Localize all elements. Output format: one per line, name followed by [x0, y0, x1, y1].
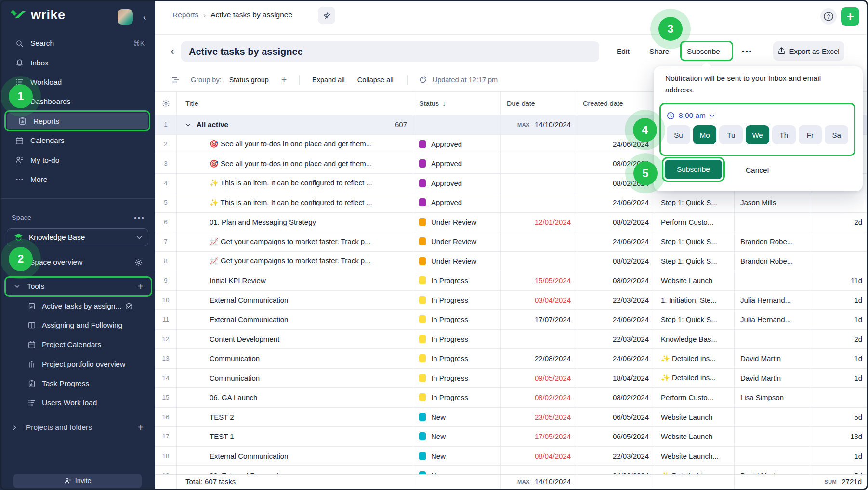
project-cell[interactable]: Website Launch — [655, 271, 735, 290]
task-title-cell[interactable]: Initial KPI Review — [177, 271, 413, 290]
task-title-cell[interactable]: 🎯 See all your to-dos in one place and g… — [177, 154, 413, 173]
group-title-cell[interactable]: All active607 — [177, 115, 413, 134]
due-date-cell[interactable] — [501, 232, 577, 251]
column-header-status[interactable]: Status↓ — [413, 92, 501, 115]
created-date-cell[interactable]: 24/06/2024 — [577, 310, 655, 329]
due-date-cell[interactable] — [501, 154, 577, 173]
duration-cell[interactable] — [810, 232, 868, 251]
due-date-cell[interactable]: 08/04/2024 — [501, 447, 577, 466]
assignee-cell[interactable]: David Martin — [735, 369, 810, 388]
project-cell[interactable]: Perform Custo... — [655, 213, 735, 232]
task-title-cell[interactable]: Communication — [177, 369, 413, 388]
status-cell[interactable]: In Progress — [413, 310, 501, 329]
sidebar-item-more[interactable]: More — [4, 170, 151, 189]
cancel-button[interactable]: Cancel — [736, 162, 778, 179]
due-date-cell[interactable] — [501, 174, 577, 193]
chevron-down-icon[interactable] — [185, 123, 191, 127]
due-date-cell[interactable]: 22/08/2024 — [501, 349, 577, 368]
created-date-cell[interactable]: 22/03/2024 — [577, 447, 655, 466]
refresh-icon[interactable] — [419, 76, 427, 84]
duration-cell[interactable]: 13d — [810, 427, 868, 446]
created-date-cell[interactable]: 24/06/2024 — [577, 232, 655, 251]
due-date-cell[interactable]: 15/05/2024 — [501, 271, 577, 290]
due-date-cell[interactable]: 09/05/2024 — [501, 369, 577, 388]
duration-cell[interactable]: 11d — [810, 271, 868, 290]
created-date-cell[interactable]: 22/03/2024 — [577, 330, 655, 349]
weekday-pill-fr[interactable]: Fr — [799, 125, 822, 144]
table-row[interactable]: 9Initial KPI ReviewIn Progress15/05/2024… — [155, 271, 868, 291]
sidebar-item-reports[interactable]: Reports — [7, 113, 148, 129]
assignee-cell[interactable]: Brandon Robe... — [735, 252, 810, 271]
table-row[interactable]: 16TEST 2New23/05/202406/05/2024Website L… — [155, 408, 868, 427]
table-row[interactable]: 7📈 Get your campaigns to market faster. … — [155, 232, 868, 252]
table-row[interactable]: 5✨ This is an item. It can be configured… — [155, 193, 868, 213]
created-date-cell[interactable]: 24/06/2024 — [577, 349, 655, 368]
task-title-cell[interactable]: TEST 1 — [177, 427, 413, 446]
status-cell[interactable]: In Progress — [413, 330, 501, 349]
pin-button[interactable] — [318, 7, 335, 24]
expand-all-button[interactable]: Expand all — [312, 76, 345, 84]
due-date-cell[interactable] — [501, 135, 577, 154]
status-cell[interactable]: Approved — [413, 174, 501, 193]
plus-icon[interactable]: + — [138, 422, 144, 433]
sidebar-item-search[interactable]: Search⌘K — [4, 34, 151, 53]
task-title-cell[interactable]: External Communication — [177, 310, 413, 329]
project-cell[interactable]: ✨ Detailed ins... — [655, 349, 735, 368]
duration-cell[interactable] — [810, 193, 868, 212]
project-cell[interactable]: Step 1: Quick S... — [655, 310, 735, 329]
subscribe-confirm-button[interactable]: Subscribe — [665, 160, 722, 179]
due-date-cell[interactable]: 12/01/2024 — [501, 213, 577, 232]
task-title-cell[interactable]: External Communication — [177, 447, 413, 466]
table-row[interactable]: 11External CommunicationIn Progress17/07… — [155, 310, 868, 330]
table-row[interactable]: 10External CommunicationIn Progress03/04… — [155, 291, 868, 310]
group-by-value[interactable]: Status group — [229, 76, 269, 84]
breadcrumb-reports-link[interactable]: Reports — [172, 11, 198, 19]
task-title-cell[interactable]: 🎯 See all your to-dos in one place and g… — [177, 135, 413, 154]
status-cell[interactable]: Under Review — [413, 232, 501, 251]
weekday-pill-th[interactable]: Th — [772, 125, 796, 144]
assignee-cell[interactable] — [735, 330, 810, 349]
assignee-cell[interactable] — [735, 213, 810, 232]
status-cell[interactable]: New — [413, 408, 501, 427]
help-button[interactable]: ? — [820, 8, 837, 25]
duration-cell[interactable]: 2d — [810, 330, 868, 349]
due-date-cell[interactable]: 17/07/2024 — [501, 310, 577, 329]
sidebar-tool-project-portfolio-overview[interactable]: Project portfolio overview — [0, 355, 155, 374]
assignee-cell[interactable]: Julia Hernand... — [735, 291, 810, 310]
due-date-cell[interactable]: 23/05/2024 — [501, 408, 577, 427]
table-row[interactable]: 18External CommunicationNew08/04/202422/… — [155, 447, 868, 466]
created-date-cell[interactable]: 24/06/2024 — [577, 193, 655, 212]
created-date-cell[interactable]: 06/05/2024 — [577, 427, 655, 446]
table-row[interactable]: 601. Plan and Messaging StrategyUnder Re… — [155, 213, 868, 232]
sidebar-tool-users-work-load[interactable]: Users Work load — [0, 393, 155, 413]
assignee-cell[interactable]: David Martin — [735, 349, 810, 368]
sidebar-tool-active-tasks-by-assign-[interactable]: Active tasks by assign... — [0, 297, 155, 316]
collapse-all-button[interactable]: Collapse all — [357, 76, 394, 84]
avatar[interactable] — [118, 9, 133, 25]
table-row[interactable]: 12Content DevelopmentIn Progress22/03/20… — [155, 330, 868, 349]
export-excel-button[interactable]: Export as Excel — [773, 41, 844, 61]
status-cell[interactable]: Approved — [413, 135, 501, 154]
task-title-cell[interactable]: ✨ This is an item. It can be configured … — [177, 193, 413, 212]
created-date-cell[interactable]: 22/03/2024 — [577, 291, 655, 310]
table-row[interactable]: 8📈 Get your campaigns to market faster. … — [155, 252, 868, 271]
gear-icon[interactable] — [135, 258, 143, 266]
status-cell[interactable]: In Progress — [413, 271, 501, 290]
created-date-cell[interactable]: 18/04/2024 — [577, 369, 655, 388]
due-date-cell[interactable] — [501, 330, 577, 349]
status-cell[interactable]: In Progress — [413, 369, 501, 388]
time-selector[interactable]: 8:00 am — [667, 109, 848, 122]
status-cell[interactable]: New — [413, 427, 501, 446]
sidebar-item-calendars[interactable]: Calendars — [4, 131, 151, 150]
assignee-cell[interactable]: Brandon Robe... — [735, 232, 810, 251]
sidebar-tool-task-progress[interactable]: Task Progress — [0, 374, 155, 393]
due-date-cell[interactable] — [501, 252, 577, 271]
assignee-cell[interactable] — [735, 271, 810, 290]
project-cell[interactable]: Knowledge Bas... — [655, 330, 735, 349]
create-new-button[interactable]: + — [841, 7, 859, 26]
created-date-cell[interactable]: 08/02/2024 — [577, 213, 655, 232]
assignee-cell[interactable]: Lisa Simpson — [735, 388, 810, 407]
duration-cell[interactable]: 1d — [810, 447, 868, 466]
plus-icon[interactable]: + — [138, 281, 144, 292]
column-header-title[interactable]: Title — [177, 92, 413, 115]
